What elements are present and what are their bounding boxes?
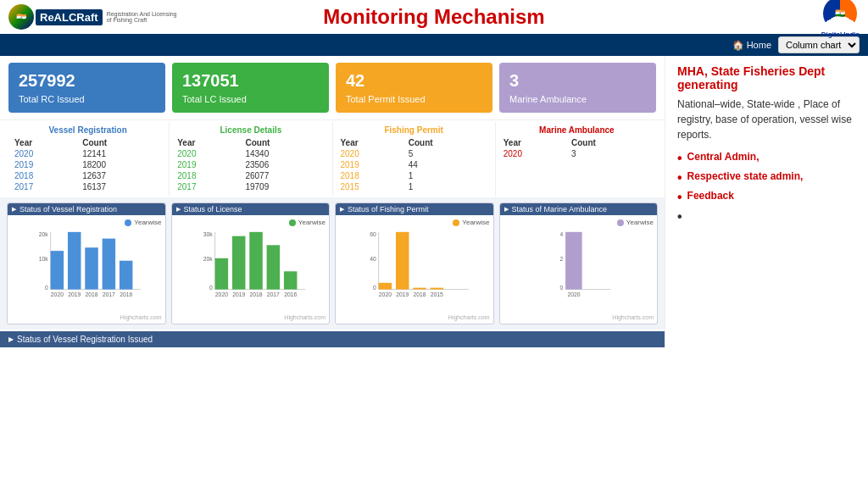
realcraft-subtitle: Registration And Licensing of Fishing Cr… — [107, 11, 183, 23]
stat-permit: 42 Total Permit Issued — [336, 63, 492, 113]
digital-india-logo: 🇮🇳 Digital India — [821, 0, 860, 38]
chart-title-text-1: Status of License — [184, 205, 242, 214]
bar-2-3 — [431, 288, 443, 290]
table-row: 202012141 — [12, 148, 164, 159]
bar-0-2 — [85, 247, 97, 289]
play-icon: ▶ — [8, 336, 14, 343]
chart-title-2: ▶ Status of Fishing Permit — [336, 203, 493, 215]
bullet-text: Central Admin, — [687, 151, 760, 163]
license-table-title: License Details — [175, 125, 326, 135]
chart-legend-0: Yearwise — [11, 219, 162, 226]
bar-chart-svg-2: 60 40 0 2020201920182015 — [339, 228, 490, 304]
year-cell[interactable]: 2017 — [12, 181, 80, 192]
legend-dot-0 — [125, 219, 131, 226]
bottom-bar: ▶ Status of Vessel Registration Issued — [0, 331, 665, 347]
right-panel: MHA, State Fisheries Dept generating Nat… — [665, 56, 868, 347]
year-cell[interactable]: 2020 — [175, 148, 242, 159]
chart-legend-1: Yearwise — [175, 219, 326, 226]
bar-chart-svg-3: 4 2 0 2020 — [504, 228, 654, 304]
legend-label-0: Yearwise — [134, 219, 161, 226]
play-icon-1: ▶ — [176, 206, 181, 213]
chart-card-3: ▶ Status of Marine Ambulance Yearwise 4 … — [499, 202, 659, 324]
count-cell: 18200 — [80, 159, 164, 170]
year-cell[interactable]: 2018 — [175, 170, 242, 181]
year-cell[interactable]: 2017 — [175, 181, 242, 192]
svg-text:60: 60 — [370, 231, 376, 237]
bullet-item: Central Admin, — [677, 151, 856, 166]
year-cell[interactable]: 2015 — [338, 181, 406, 192]
chart-inner-2: 60 40 0 2020201920182015 — [339, 228, 490, 313]
bar-2-1 — [396, 232, 409, 290]
year-cell[interactable]: 2020 — [338, 148, 406, 159]
vessel-table-title: Vessel Registration — [12, 125, 164, 135]
svg-text:10k: 10k — [39, 256, 49, 262]
bar-label: 2020 — [214, 291, 227, 297]
count-cell: 5 — [406, 148, 490, 159]
table-row: 201716137 — [12, 181, 164, 192]
svg-text:40: 40 — [370, 256, 376, 262]
chart-title-text-3: Status of Marine Ambulance — [512, 205, 608, 214]
count-cell: 16137 — [80, 181, 164, 192]
bar-3-0 — [565, 232, 581, 290]
table-row: 20151 — [338, 181, 490, 192]
play-icon-3: ▶ — [504, 206, 509, 213]
bar-1-0 — [214, 258, 227, 290]
highcharts-credit-3: Highcharts.com — [504, 314, 654, 320]
chart-title-3: ▶ Status of Marine Ambulance — [500, 203, 658, 215]
chart-card-0: ▶ Status of Vessel Registration Yearwise… — [7, 202, 166, 324]
home-link[interactable]: 🏠 Home — [732, 40, 771, 51]
bar-0-1 — [68, 232, 81, 290]
highcharts-credit-0: Highcharts.com — [11, 314, 162, 320]
svg-text:0: 0 — [559, 285, 563, 291]
legend-label-1: Yearwise — [298, 219, 326, 226]
chart-inner-1: 30k 20k 0 20202019201820172016 — [175, 228, 326, 313]
mha-title: MHA, State Fisheries Dept generating — [677, 64, 856, 92]
legend-label-3: Yearwise — [626, 219, 654, 226]
bar-1-1 — [231, 236, 244, 290]
license-table-section: License Details YearCount 20201434020192… — [170, 122, 332, 196]
table-row: 20181 — [338, 170, 490, 181]
year-cell[interactable]: 2019 — [338, 159, 406, 170]
svg-text:0: 0 — [373, 285, 376, 291]
vessel-table-section: Vessel Registration YearCount 2020121412… — [7, 122, 170, 196]
legend-label-2: Yearwise — [462, 219, 489, 226]
year-cell[interactable]: 2020 — [12, 148, 80, 159]
fishing-table-title: Fishing Permit — [338, 125, 490, 135]
svg-text:4: 4 — [559, 231, 563, 237]
bar-label: 2017 — [266, 291, 279, 297]
highcharts-credit-1: Highcharts.com — [175, 314, 326, 320]
year-cell[interactable]: 2019 — [175, 159, 242, 170]
count-cell: 12141 — [80, 148, 164, 159]
emblem-icon: 🇮🇳 — [8, 4, 34, 30]
table-row: 202014340 — [175, 148, 326, 159]
count-cell: 23506 — [242, 159, 326, 170]
fishing-table: YearCount 202052019442018120151 — [338, 137, 490, 192]
chart-inner-3: 4 2 0 2020 — [504, 228, 654, 313]
header: 🇮🇳 ReALCRaft Registration And Licensing … — [0, 0, 868, 34]
year-cell[interactable]: 2018 — [338, 170, 406, 181]
highcharts-credit-2: Highcharts.com — [339, 314, 490, 320]
marine-table-title: Marine Ambulance — [501, 125, 653, 135]
table-row: 201826077 — [175, 170, 326, 181]
bar-label: 2020 — [379, 291, 392, 297]
table-row: 201923506 — [175, 159, 326, 170]
svg-text:20k: 20k — [39, 231, 49, 237]
bullet-item: Respective state admin, — [677, 170, 856, 186]
bar-label: 2019 — [232, 291, 245, 297]
navbar: 🏠 Home Column chart Bar chart Line chart — [0, 34, 868, 56]
svg-text:2: 2 — [559, 256, 563, 262]
svg-text:20k: 20k — [203, 256, 213, 262]
chart-card-1: ▶ Status of License Yearwise 30k 20k 0 2… — [171, 202, 331, 324]
chart-inner-0: 20k 10k 0 20202019201820172016 — [11, 228, 162, 313]
year-cell[interactable]: 2020 — [501, 148, 569, 159]
chart-title-text-0: Status of Vessel Registration — [19, 205, 117, 214]
left-panel: 257992 Total RC Issued 137051 Total LC I… — [0, 56, 665, 347]
bar-1-4 — [283, 271, 296, 289]
left-logo: 🇮🇳 ReALCRaft Registration And Licensing … — [8, 4, 183, 30]
chart-legend-2: Yearwise — [339, 219, 490, 226]
chart-type-select[interactable]: Column chart Bar chart Line chart — [778, 36, 860, 53]
year-cell[interactable]: 2019 — [12, 159, 80, 170]
bar-label: 2016 — [120, 291, 132, 297]
year-cell[interactable]: 2018 — [12, 170, 80, 181]
legend-dot-1 — [289, 219, 296, 226]
